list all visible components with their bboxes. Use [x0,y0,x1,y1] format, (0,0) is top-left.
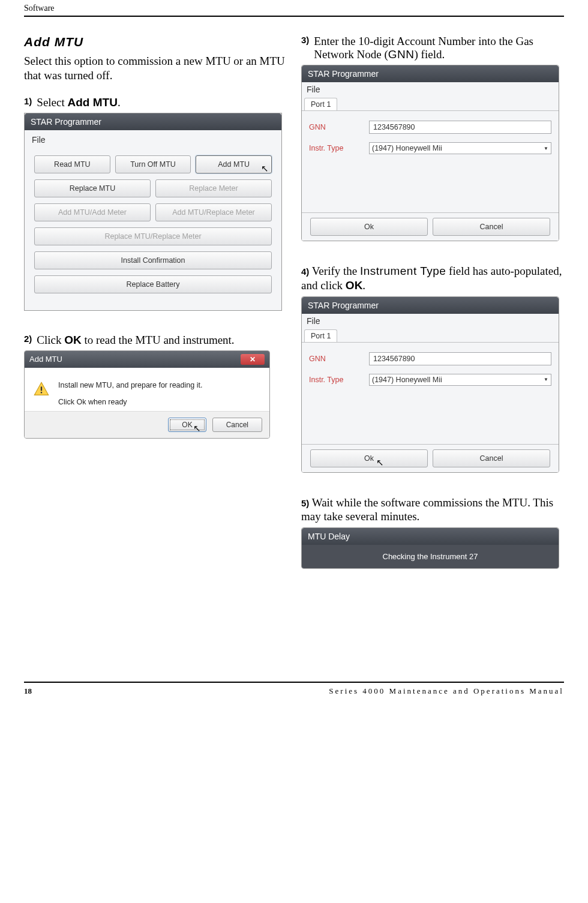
screenshot-star-programmer-buttons: STAR Programmer File Read MTU Turn Off M… [24,113,282,311]
ok-button[interactable]: Ok ↖ [310,449,428,467]
screenshot-mtu-delay: MTU Delay Checking the Instrument 27 [301,527,559,569]
add-mtu-replace-meter-button: Add MTU/Replace Meter [155,203,272,221]
cursor-icon: ↖ [261,163,269,174]
step-4-bold: OK [346,279,363,292]
step-5-text: Wait while the software commissions the … [301,496,553,523]
chevron-down-icon: ▼ [544,146,548,151]
step-5-number: 5) [301,498,309,508]
close-icon[interactable]: ✕ [241,354,265,365]
tab-port-1[interactable]: Port 1 [304,98,337,110]
instr-type-select[interactable]: (1947) Honeywell Mii ▼ [369,142,551,154]
instr-type-value: (1947) Honeywell Mii [372,376,442,384]
ok-label: Ok [364,454,374,463]
step-3-post: ) field. [415,48,445,61]
dialog-title: Add MTU [29,355,62,364]
window-title: STAR Programmer [25,113,281,130]
add-mtu-button[interactable]: Add MTU ↖ [196,155,272,173]
instr-type-label: Instr. Type [309,144,363,152]
right-column: 3) Enter the 10-digit Account Number int… [301,35,564,592]
step-3-number: 3) [301,35,309,61]
step-4: 4) Verify the Instrument Type field has … [301,264,564,293]
window-title: MTU Delay [302,528,559,545]
cursor-icon: ↖ [193,423,201,434]
gnn-input[interactable]: 1234567890 [369,121,551,134]
menu-file[interactable]: File [302,82,559,95]
gnn-label: GNN [309,355,363,363]
step-3: 3) Enter the 10-digit Account Number int… [301,35,564,61]
step-5: 5) Wait while the software commissions t… [301,496,564,524]
instr-type-label: Instr. Type [309,376,363,384]
step-1-post: . [118,96,121,109]
replace-mtu-button[interactable]: Replace MTU [34,179,151,197]
dialog-line2: Click Ok when ready [58,398,260,406]
step-2-number: 2) [24,334,32,347]
page-number: 18 [24,686,32,696]
ok-button[interactable]: Ok [310,218,428,236]
page-footer: 18 Series 4000 Maintenance and Operation… [24,682,564,708]
window-title: STAR Programmer [302,65,559,82]
step-3-sans: GNN [388,48,415,61]
step-2-post: to read the MTU and instrument. [82,334,235,346]
replace-meter-button: Replace Meter [155,179,272,197]
gnn-input[interactable]: 1234567890 [369,352,551,365]
instr-type-value: (1947) Honeywell Mii [372,144,442,152]
tab-port-1[interactable]: Port 1 [304,329,337,342]
cancel-button[interactable]: Cancel [433,449,550,467]
step-2-bold: OK [64,334,82,346]
window-title: STAR Programmer [302,297,559,314]
screenshot-instrument-type: STAR Programmer File Port 1 GNN 12345678… [301,296,559,473]
step-1-pre: Select [37,96,67,109]
dialog-line1: Install new MTU, and prepare for reading… [58,381,260,389]
step-4-post: . [362,279,365,292]
step-4-number: 4) [301,266,309,277]
turn-off-mtu-button[interactable]: Turn Off MTU [115,155,191,173]
menu-file[interactable]: File [302,314,559,327]
svg-rect-1 [41,392,42,393]
ok-label: OK [182,421,192,429]
intro-text: Select this option to commission a new M… [24,54,287,83]
step-1: 1) Select Add MTU. [24,96,287,109]
section-heading: Add MTU [24,35,287,49]
step-2-pre: Click [37,334,64,346]
instr-type-select[interactable]: (1947) Honeywell Mii ▼ [369,374,551,386]
screenshot-gnn-entry: STAR Programmer File Port 1 GNN 12345678… [301,65,559,241]
warning-icon [33,381,50,398]
page-header-section: Software [24,0,564,17]
cursor-icon: ↖ [376,457,384,468]
gnn-label: GNN [309,123,363,131]
ok-button[interactable]: OK ↖ [168,418,206,432]
read-mtu-button[interactable]: Read MTU [34,155,110,173]
step-4-pre: Verify the [309,265,360,277]
delay-message: Checking the Instrument 27 [302,545,559,568]
step-4-sans: Instrument Type [360,265,446,277]
left-column: Add MTU Select this option to commission… [24,35,287,592]
step-1-bold: Add MTU [68,96,118,109]
step-1-number: 1) [24,96,32,109]
add-mtu-add-meter-button: Add MTU/Add Meter [34,203,151,221]
replace-mtu-replace-meter-button: Replace MTU/Replace Meter [34,227,272,245]
menu-file[interactable]: File [31,134,275,148]
chevron-down-icon: ▼ [544,377,548,382]
screenshot-add-mtu-dialog: Add MTU ✕ Install new MTU, and prepare f… [24,350,270,439]
add-mtu-label: Add MTU [218,160,250,169]
replace-battery-button[interactable]: Replace Battery [34,275,272,293]
svg-rect-0 [41,386,42,391]
step-2: 2) Click OK to read the MTU and instrume… [24,334,287,347]
cancel-button[interactable]: Cancel [212,418,262,432]
install-confirmation-button[interactable]: Install Confirmation [34,251,272,269]
manual-title: Series 4000 Maintenance and Operations M… [329,686,564,696]
cancel-button[interactable]: Cancel [433,218,550,236]
